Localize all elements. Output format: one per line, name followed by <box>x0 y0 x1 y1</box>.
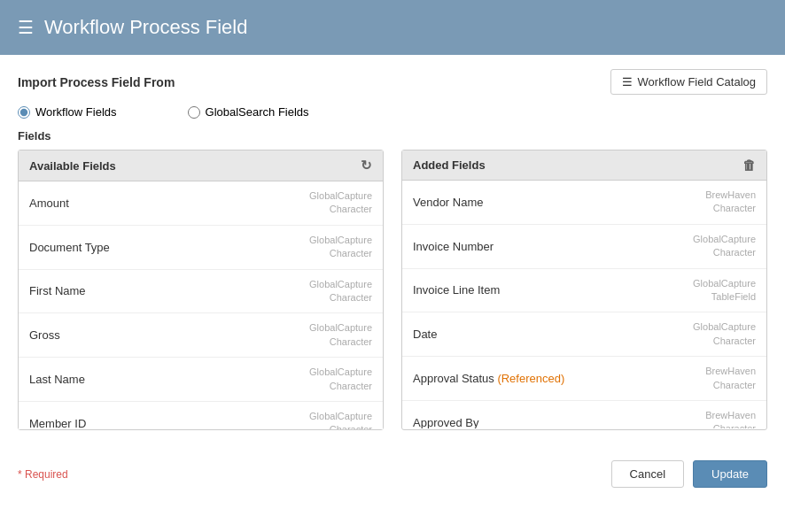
field-meta: BrewHavenCharacter <box>705 189 756 216</box>
update-button[interactable]: Update <box>693 460 767 488</box>
field-name: First Name <box>29 284 86 297</box>
radio-workflow-input[interactable] <box>18 106 30 119</box>
field-meta: GlobalCaptureCharacter <box>693 320 756 348</box>
table-row[interactable]: Gross GlobalCaptureCharacter <box>19 313 383 358</box>
field-name: Invoice Number <box>413 240 494 253</box>
radio-workflow-label: Workflow Fields <box>35 105 117 119</box>
footer-buttons: Cancel Update <box>611 460 767 488</box>
available-fields-panel: Available Fields ↻ Amount GlobalCaptureC… <box>18 150 384 430</box>
field-meta: GlobalCaptureTableField <box>693 277 756 305</box>
import-label: Import Process Field From <box>18 75 175 89</box>
table-row[interactable]: Amount GlobalCaptureCharacter <box>19 181 383 226</box>
catalog-button[interactable]: ☰ Workflow Field Catalog <box>610 69 767 95</box>
radio-row: Workflow Fields GlobalSearch Fields <box>18 105 767 119</box>
field-name: Gross <box>29 328 60 342</box>
field-meta: BrewHavenCharacter <box>705 409 756 428</box>
field-name: Vendor Name <box>413 196 484 209</box>
table-row[interactable]: Vendor Name BrewHavenCharacter <box>402 181 766 225</box>
radio-globalsearch-label: GlobalSearch Fields <box>206 105 309 119</box>
field-name: Amount <box>29 197 69 210</box>
cancel-button[interactable]: Cancel <box>611 460 684 488</box>
top-row: Import Process Field From ☰ Workflow Fie… <box>18 69 767 95</box>
field-name: Document Type <box>29 241 110 254</box>
field-name: Invoice Line Item <box>413 283 500 297</box>
field-meta: GlobalCaptureCharacter <box>693 233 756 260</box>
field-name: Member ID <box>29 417 86 429</box>
radio-globalsearch-input[interactable] <box>188 106 200 119</box>
field-meta: BrewHavenCharacter <box>705 365 756 392</box>
table-row[interactable]: Approved By BrewHavenCharacter <box>402 401 766 428</box>
added-fields-body: Vendor Name BrewHavenCharacter Invoice N… <box>402 181 766 428</box>
fields-label: Fields <box>18 129 767 143</box>
header-icon: ☰ <box>18 17 34 38</box>
table-row[interactable]: Invoice Line Item GlobalCaptureTableFiel… <box>402 269 766 313</box>
table-row[interactable]: Last Name GlobalCaptureCharacter <box>19 358 383 402</box>
referenced-badge: (Referenced) <box>497 372 564 385</box>
main-content: Import Process Field From ☰ Workflow Fie… <box>0 55 785 439</box>
field-meta: GlobalCaptureCharacter <box>309 278 372 305</box>
refresh-icon[interactable]: ↻ <box>361 158 372 173</box>
table-row[interactable]: Approval Status (Referenced) BrewHavenCh… <box>402 357 766 401</box>
delete-icon[interactable]: 🗑 <box>742 158 756 173</box>
table-row[interactable]: First Name GlobalCaptureCharacter <box>19 270 383 314</box>
table-row[interactable]: Document Type GlobalCaptureCharacter <box>19 226 383 270</box>
page-title: Workflow Process Field <box>44 16 247 39</box>
catalog-icon: ☰ <box>622 75 633 89</box>
field-meta: GlobalCaptureCharacter <box>309 410 372 429</box>
field-meta: GlobalCaptureCharacter <box>309 366 372 393</box>
required-note: * Required <box>18 468 68 481</box>
field-name: Date <box>413 328 437 341</box>
field-meta: GlobalCaptureCharacter <box>309 234 372 261</box>
field-name: Approved By <box>413 416 478 428</box>
panels-row: Available Fields ↻ Amount GlobalCaptureC… <box>18 150 767 430</box>
field-name: Last Name <box>29 373 85 386</box>
page-header: ☰ Workflow Process Field <box>0 0 785 55</box>
footer: * Required Cancel Update <box>0 448 785 500</box>
added-fields-title: Added Fields <box>413 158 486 172</box>
field-name: Approval Status (Referenced) <box>413 372 564 385</box>
available-fields-body: Amount GlobalCaptureCharacter Document T… <box>19 181 383 429</box>
radio-workflow-fields[interactable]: Workflow Fields <box>18 105 117 119</box>
table-row[interactable]: Member ID GlobalCaptureCharacter <box>19 402 383 429</box>
available-fields-title: Available Fields <box>29 159 116 173</box>
added-fields-panel: Added Fields 🗑 Vendor Name BrewHavenChar… <box>401 150 767 430</box>
field-meta: GlobalCaptureCharacter <box>309 189 372 217</box>
added-fields-header: Added Fields 🗑 <box>402 150 766 181</box>
table-row[interactable]: Invoice Number GlobalCaptureCharacter <box>402 225 766 269</box>
available-fields-header: Available Fields ↻ <box>19 150 383 181</box>
field-meta: GlobalCaptureCharacter <box>309 321 372 349</box>
catalog-button-label: Workflow Field Catalog <box>638 75 756 89</box>
radio-globalsearch-fields[interactable]: GlobalSearch Fields <box>188 105 309 119</box>
table-row[interactable]: Date GlobalCaptureCharacter <box>402 312 766 357</box>
